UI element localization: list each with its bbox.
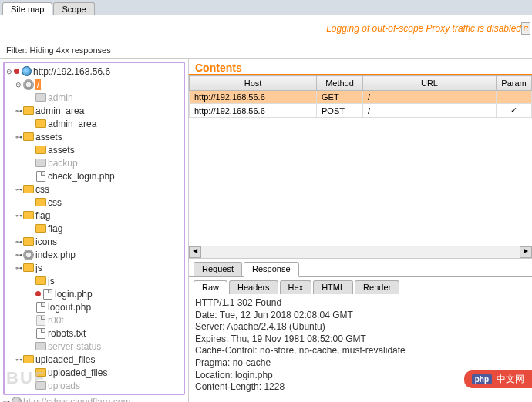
- tree-node[interactable]: ⊶assets: [5, 130, 184, 143]
- tree-node[interactable]: uploaded_files: [5, 366, 184, 379]
- contents-heading: Contents: [189, 59, 532, 75]
- filter-info[interactable]: Filter: Hiding 4xx responses: [0, 42, 532, 59]
- banner-button[interactable]: R: [521, 22, 530, 35]
- folder-icon: [23, 210, 34, 221]
- folder-icon: [35, 158, 46, 169]
- folder-icon: [35, 341, 46, 352]
- top-tabs: Site map Scope: [0, 0, 532, 15]
- tab-site-map[interactable]: Site map: [2, 2, 52, 15]
- col-host[interactable]: Host: [190, 76, 317, 91]
- folder-icon: [23, 236, 34, 247]
- tree-external[interactable]: ⊶ http://cdnjs.cloudflare.com: [2, 395, 187, 402]
- globe-icon: [21, 66, 32, 77]
- folder-icon: [35, 197, 46, 208]
- tree-toggle[interactable]: ⊖: [15, 81, 22, 89]
- folder-icon: [23, 106, 34, 116]
- tree-toggle[interactable]: ⊶: [15, 212, 22, 219]
- folder-icon: [23, 263, 34, 273]
- file-icon: [35, 328, 46, 339]
- tree-toggle[interactable]: ⊶: [15, 133, 22, 141]
- detail-tabs: Request Response: [189, 262, 532, 277]
- tree-node[interactable]: ⊶icons: [5, 235, 184, 248]
- folder-icon: [23, 184, 34, 195]
- tree-node[interactable]: ⊶css: [5, 183, 184, 196]
- tree-root[interactable]: ⊖ http://192.168.56.6: [5, 65, 184, 78]
- col-url[interactable]: URL: [363, 76, 497, 91]
- file-icon: [42, 289, 53, 300]
- tree-node[interactable]: r00t: [5, 313, 184, 327]
- site-tree[interactable]: ⊖ http://192.168.56.6 ⊖/admin⊶admin_area…: [0, 59, 189, 402]
- tree-node[interactable]: logout.php: [5, 300, 184, 313]
- folder-icon: [35, 119, 46, 129]
- folder-icon: [35, 145, 46, 156]
- file-icon: [35, 171, 46, 182]
- tree-node[interactable]: admin_area: [5, 117, 184, 130]
- contents-table[interactable]: Host Method URL Param http://192.168.56.…: [189, 75, 532, 118]
- scroll-right-icon[interactable]: ▶: [520, 246, 532, 258]
- tab-hex[interactable]: Hex: [280, 280, 312, 294]
- tree-toggle[interactable]: ⊶: [15, 238, 22, 246]
- folder-icon: [35, 223, 46, 234]
- tree-node[interactable]: uploads: [5, 379, 184, 392]
- folder-icon: [23, 132, 34, 142]
- folder-icon: [35, 92, 46, 103]
- tree-toggle[interactable]: ⊶: [15, 186, 22, 193]
- tree-node[interactable]: ⊶uploaded_files: [5, 353, 184, 366]
- scroll-left-icon[interactable]: ◀: [189, 246, 201, 258]
- tree-node[interactable]: ⊶index.php: [5, 248, 184, 261]
- tab-headers[interactable]: Headers: [229, 280, 278, 294]
- folder-icon: [35, 367, 46, 378]
- tree-toggle[interactable]: ⊶: [15, 107, 22, 115]
- tree-toggle[interactable]: ⊶: [15, 264, 22, 272]
- tab-response[interactable]: Response: [244, 262, 299, 277]
- tree-toggle[interactable]: ⊶: [15, 356, 22, 363]
- table-row[interactable]: http://192.168.56.6GET/: [190, 91, 532, 104]
- col-method[interactable]: Method: [317, 76, 363, 91]
- tree-node[interactable]: ⊶flag: [5, 209, 184, 222]
- format-tabs: Raw Headers Hex HTML Render: [189, 277, 532, 294]
- tree-node[interactable]: js: [5, 274, 184, 287]
- proxy-banner: Logging of out-of-scope Proxy traffic is…: [0, 15, 532, 42]
- tree-toggle[interactable]: ⊶: [15, 251, 22, 259]
- tree-node[interactable]: robots.txt: [5, 327, 184, 340]
- tree-node[interactable]: server-status: [5, 340, 184, 353]
- tree-node[interactable]: admin: [5, 91, 184, 104]
- response-body[interactable]: HTTP/1.1 302 FoundDate: Tue, 12 Jun 2018…: [189, 294, 532, 402]
- file-icon: [35, 315, 46, 326]
- gear-icon: [23, 79, 34, 90]
- tab-scope[interactable]: Scope: [53, 2, 94, 15]
- tab-html[interactable]: HTML: [313, 280, 353, 294]
- file-icon: [35, 302, 46, 313]
- tab-request[interactable]: Request: [194, 262, 242, 276]
- tab-raw[interactable]: Raw: [194, 280, 227, 295]
- tree-toggle[interactable]: ⊶: [3, 398, 9, 403]
- gear-icon: [23, 250, 34, 260]
- table-row[interactable]: http://192.168.56.6POST/✓: [190, 104, 532, 118]
- folder-icon: [23, 354, 34, 365]
- tab-render[interactable]: Render: [355, 280, 399, 294]
- globe-icon: [11, 397, 22, 403]
- tree-toggle[interactable]: ⊖: [6, 68, 12, 75]
- tree-node[interactable]: flag: [5, 222, 184, 235]
- tree-node[interactable]: login.php: [5, 287, 184, 300]
- status-dot-icon: [14, 69, 19, 74]
- tree-node[interactable]: backup: [5, 156, 184, 169]
- tree-node[interactable]: check_login.php: [5, 169, 184, 183]
- folder-icon: [35, 380, 46, 391]
- tree-node[interactable]: ⊖/: [5, 78, 184, 91]
- status-dot-icon: [35, 291, 41, 296]
- folder-icon: [35, 276, 46, 286]
- tree-node[interactable]: assets: [5, 143, 184, 156]
- tree-node[interactable]: css: [5, 196, 184, 209]
- col-param[interactable]: Param: [497, 76, 532, 91]
- tree-node[interactable]: ⊶admin_area: [5, 104, 184, 117]
- tree-node[interactable]: ⊶js: [5, 261, 184, 274]
- horiz-scrollbar[interactable]: ◀ ▶: [189, 246, 532, 258]
